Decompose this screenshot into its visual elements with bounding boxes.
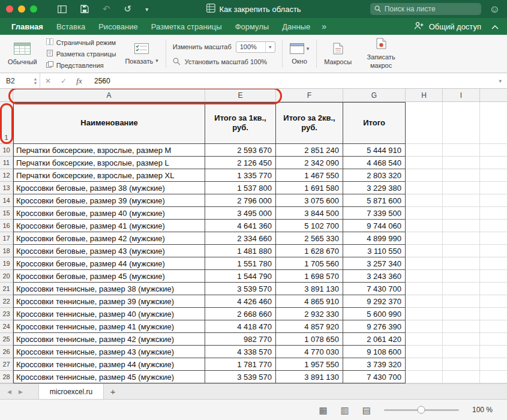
tab-home[interactable]: Главная: [5, 18, 50, 35]
select-all-corner[interactable]: [0, 89, 13, 101]
row-header-18[interactable]: 18: [0, 245, 13, 257]
row-header-23[interactable]: 23: [0, 308, 13, 320]
empty-cell[interactable]: [406, 245, 443, 257]
row-header-1[interactable]: 1: [0, 102, 13, 144]
empty-cell[interactable]: [406, 102, 443, 144]
empty-cell[interactable]: [406, 182, 443, 194]
cell-q2[interactable]: 4 770 030: [276, 346, 343, 358]
cell-q2[interactable]: 5 102 700: [276, 220, 343, 232]
cell-q1[interactable]: 4 418 470: [205, 320, 276, 333]
empty-cell[interactable]: [406, 283, 443, 295]
zoom-combo-caret-icon[interactable]: ▾: [265, 42, 275, 52]
tab-formulas[interactable]: Формулы: [229, 18, 276, 35]
cell-q2[interactable]: 1 467 550: [276, 169, 343, 182]
column-header-A[interactable]: A: [13, 89, 205, 101]
empty-cell[interactable]: [443, 320, 480, 333]
empty-cell[interactable]: [443, 371, 480, 383]
name-box[interactable]: B2: [0, 73, 31, 88]
view-toggle-icon[interactable]: [58, 5, 67, 13]
column-header-E[interactable]: E: [205, 89, 276, 101]
cell-q1[interactable]: 1 335 770: [205, 169, 276, 182]
record-macro-button[interactable]: Записать макрос: [357, 37, 405, 71]
cell-q1[interactable]: 4 338 570: [205, 346, 276, 358]
cell-total[interactable]: 3 229 380: [343, 182, 406, 194]
cell-q1[interactable]: 1 481 880: [205, 245, 276, 257]
cell-total[interactable]: 3 739 320: [343, 358, 406, 371]
row-header-19[interactable]: 19: [0, 257, 13, 270]
cell-name[interactable]: Кроссовки теннисные, размер 44 (мужские): [13, 358, 205, 371]
empty-cell[interactable]: [443, 232, 480, 245]
row-header-12[interactable]: 12: [0, 169, 13, 182]
column-header-H[interactable]: H: [406, 89, 443, 101]
empty-cell[interactable]: [443, 283, 480, 295]
save-icon[interactable]: [80, 5, 89, 13]
cell-total[interactable]: 3 257 340: [343, 257, 406, 270]
cell-q1[interactable]: 982 770: [205, 333, 276, 346]
cell-total[interactable]: 2 803 320: [343, 169, 406, 182]
cell-name[interactable]: Кроссовки теннисные, размер 42 (мужские): [13, 333, 205, 346]
cell-total[interactable]: 4 468 540: [343, 157, 406, 169]
cell-q1[interactable]: 4 641 360: [205, 220, 276, 232]
cell-q2[interactable]: 4 865 910: [276, 295, 343, 308]
header-cell-q2[interactable]: Итого за 2кв., руб.: [276, 102, 343, 144]
row-header-24[interactable]: 24: [0, 320, 13, 333]
empty-cell[interactable]: [406, 320, 443, 333]
cell-name[interactable]: Кроссовки беговые, размер 42 (мужские): [13, 232, 205, 245]
row-header-27[interactable]: 27: [0, 358, 13, 371]
empty-cell[interactable]: [443, 295, 480, 308]
empty-cell[interactable]: [443, 182, 480, 194]
cell-q2[interactable]: 3 075 600: [276, 194, 343, 207]
cell-name[interactable]: Кроссовки беговые, размер 41 (мужские): [13, 220, 205, 232]
cancel-entry-icon[interactable]: ✕: [40, 77, 56, 85]
cell-q1[interactable]: 2 796 000: [205, 194, 276, 207]
empty-cell[interactable]: [406, 207, 443, 220]
empty-cell[interactable]: [406, 257, 443, 270]
cell-total[interactable]: 7 430 700: [343, 283, 406, 295]
empty-cell[interactable]: [406, 157, 443, 169]
empty-cell[interactable]: [406, 358, 443, 371]
cell-name[interactable]: Перчатки боксерские, взрослые, размер M: [13, 144, 205, 157]
cell-total[interactable]: 7 339 500: [343, 207, 406, 220]
cell-q2[interactable]: 2 851 240: [276, 144, 343, 157]
cell-q2[interactable]: 1 078 650: [276, 333, 343, 346]
empty-cell[interactable]: [406, 270, 443, 283]
empty-cell[interactable]: [406, 346, 443, 358]
cell-name[interactable]: Кроссовки беговые, размер 39 (мужские): [13, 194, 205, 207]
page-break-view-status-icon[interactable]: ▤: [362, 406, 371, 415]
empty-cell[interactable]: [406, 169, 443, 182]
row-header-11[interactable]: 11: [0, 157, 13, 169]
cell-q2[interactable]: 1 698 570: [276, 270, 343, 283]
cell-total[interactable]: 9 276 390: [343, 320, 406, 333]
cell-q2[interactable]: 2 565 330: [276, 232, 343, 245]
cell-q2[interactable]: 3 891 130: [276, 371, 343, 383]
cell-total[interactable]: 4 899 990: [343, 232, 406, 245]
prev-sheet-icon[interactable]: ◀: [7, 389, 11, 395]
cell-name[interactable]: Кроссовки теннисные, размер 43 (мужские): [13, 346, 205, 358]
share-button[interactable]: Общий доступ: [429, 22, 481, 31]
row-header-15[interactable]: 15: [0, 207, 13, 220]
cell-q1[interactable]: 1 544 790: [205, 270, 276, 283]
empty-cell[interactable]: [406, 232, 443, 245]
row-header-26[interactable]: 26: [0, 346, 13, 358]
empty-cell[interactable]: [443, 157, 480, 169]
cell-q2[interactable]: 4 857 920: [276, 320, 343, 333]
empty-cell[interactable]: [443, 257, 480, 270]
set-zoom-100-button[interactable]: Установить масштаб 100%: [173, 58, 275, 67]
empty-cell[interactable]: [443, 220, 480, 232]
cell-q1[interactable]: 1 551 780: [205, 257, 276, 270]
cell-q2[interactable]: 1 691 580: [276, 182, 343, 194]
cell-q1[interactable]: 2 334 660: [205, 232, 276, 245]
zoom-slider-knob[interactable]: [418, 406, 425, 414]
empty-cell[interactable]: [406, 371, 443, 383]
minimize-window-button[interactable]: [18, 5, 25, 13]
cell-q2[interactable]: 3 844 500: [276, 207, 343, 220]
empty-cell[interactable]: [406, 333, 443, 346]
cell-name[interactable]: Кроссовки беговые, размер 43 (мужские): [13, 245, 205, 257]
cell-name[interactable]: Кроссовки теннисные, размер 38 (мужские): [13, 283, 205, 295]
cell-name[interactable]: Кроссовки теннисные, размер 45 (мужские): [13, 371, 205, 383]
cell-q2[interactable]: 1 628 670: [276, 245, 343, 257]
cell-total[interactable]: 9 292 370: [343, 295, 406, 308]
tab-draw[interactable]: Рисование: [92, 18, 144, 35]
row-header-22[interactable]: 22: [0, 295, 13, 308]
cell-total[interactable]: 3 110 550: [343, 245, 406, 257]
